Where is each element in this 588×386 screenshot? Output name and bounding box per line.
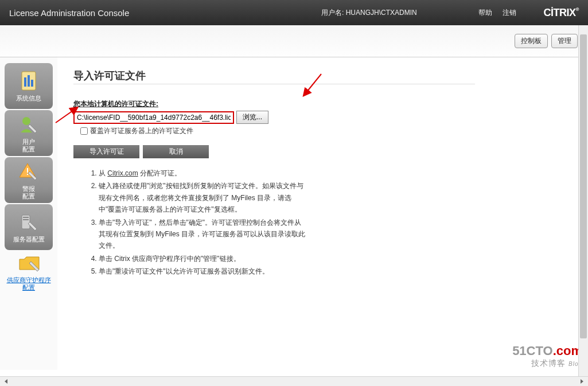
- license-file-input[interactable]: [73, 111, 234, 124]
- app-header: License Administration Console 用户名: HUAN…: [0, 0, 588, 25]
- overwrite-checkbox[interactable]: [80, 127, 88, 135]
- dashboard-button[interactable]: 控制板: [515, 34, 548, 48]
- svg-rect-6: [27, 174, 28, 175]
- user-info: 用户名: HUANGJH\CTXADMIN: [321, 8, 417, 18]
- sidebar-label: 服务器配置: [13, 236, 45, 243]
- vertical-scrollbar[interactable]: [578, 25, 588, 376]
- instruction-item: 从 Citrix.com 分配许可证。: [99, 167, 305, 179]
- top-bar: 控制板 管理: [0, 25, 588, 57]
- folder-wrench-icon: [17, 251, 40, 274]
- sidebar-item-vendor-daemon[interactable]: 供应商守护程序配置: [5, 251, 53, 291]
- import-button[interactable]: 导入许可证: [73, 145, 139, 158]
- instructions-list: 从 Citrix.com 分配许可证。 键入路径或使用"浏览"按钮找到所复制的许…: [99, 167, 305, 278]
- admin-button[interactable]: 管理: [551, 34, 578, 48]
- logout-link[interactable]: 注销: [503, 8, 516, 18]
- content-panel: 导入许可证文件 您本地计算机的许可证文件: 浏览... 覆盖许可证服务器上的许可…: [57, 57, 588, 370]
- page-title: 导入许可证文件: [73, 69, 577, 83]
- clipboard-chart-icon: [17, 69, 40, 92]
- action-buttons: 导入许可证 取消: [73, 145, 577, 158]
- help-link[interactable]: 帮助: [478, 8, 492, 18]
- instruction-item: 单击"重读许可证文件"以允许许可证服务器识别新文件。: [99, 266, 305, 277]
- overwrite-checkbox-row[interactable]: 覆盖许可证服务器上的许可证文件: [80, 126, 577, 136]
- svg-rect-2: [28, 75, 30, 87]
- header-links: 帮助 注销: [478, 8, 516, 18]
- main-area: 系统信息 用户 配置 警报 配置: [0, 57, 588, 370]
- warning-wrench-icon: [17, 160, 40, 183]
- svg-rect-1: [24, 77, 26, 87]
- svg-rect-9: [23, 219, 29, 220]
- sidebar-item-user-config[interactable]: 用户 配置: [5, 110, 53, 156]
- sidebar-label: 警报 配置: [22, 185, 35, 200]
- sidebar-label: 系统信息: [16, 95, 41, 102]
- cancel-button[interactable]: 取消: [143, 145, 209, 158]
- sidebar-label: 用户 配置: [22, 138, 35, 153]
- title-divider: [73, 84, 475, 84]
- browse-button[interactable]: 浏览...: [236, 111, 268, 124]
- overwrite-label: 覆盖许可证服务器上的许可证文件: [90, 126, 193, 136]
- user-value: HUANGJH\CTXADMIN: [346, 9, 417, 17]
- file-input-row: 浏览...: [73, 111, 577, 124]
- citrix-logo: CİTRIX®: [544, 7, 579, 19]
- svg-rect-5: [27, 168, 28, 173]
- svg-point-4: [22, 117, 30, 125]
- citrix-link[interactable]: Citrix.com: [107, 169, 138, 177]
- instruction-item: 单击"导入许可证"，然后单击"确定"。许可证管理控制台会将文件从其现有位置复制到…: [99, 217, 305, 252]
- svg-rect-8: [23, 217, 29, 218]
- scroll-right-icon[interactable]: [578, 377, 586, 385]
- app-title: License Administration Console: [9, 8, 129, 18]
- scrollbar-thumb[interactable]: [580, 34, 587, 338]
- sidebar-item-system-info[interactable]: 系统信息: [5, 63, 53, 109]
- sidebar-item-server-config[interactable]: 服务器配置: [5, 204, 53, 250]
- server-wrench-icon: [17, 210, 40, 233]
- user-label: 用户名:: [321, 9, 344, 17]
- sidebar-item-alert-config[interactable]: 警报 配置: [5, 157, 53, 203]
- sidebar-label: 供应商守护程序配置: [5, 276, 53, 291]
- scroll-left-icon[interactable]: [2, 377, 10, 385]
- file-field-label: 您本地计算机的许可证文件:: [73, 99, 577, 109]
- svg-rect-3: [31, 80, 33, 87]
- horizontal-scrollbar[interactable]: [0, 376, 588, 386]
- sidebar: 系统信息 用户 配置 警报 配置: [0, 57, 57, 370]
- instruction-item: 单击 Citrix 供应商守护程序行中的"管理"链接。: [99, 253, 305, 264]
- user-wrench-icon: [17, 113, 40, 136]
- instruction-item: 键入路径或使用"浏览"按钮找到所复制的许可证文件。如果该文件与现有文件同名，或者…: [99, 180, 305, 215]
